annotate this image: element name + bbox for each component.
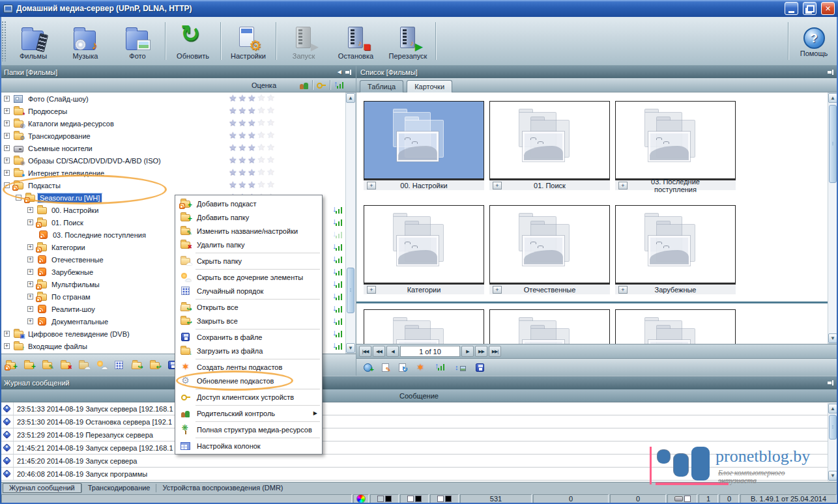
color-swatch[interactable] [684,496,691,502]
media-card[interactable]: +03. Последние поступления [615,101,736,190]
expander-plus-icon[interactable]: + [27,244,33,250]
color-swatch[interactable] [377,496,384,502]
expander-plus-icon[interactable]: + [27,219,33,225]
log-row[interactable]: 21:45:21 2014-08-19 Запуск сервера [192.… [0,441,838,455]
scroll-up-icon[interactable]: ▲ [346,93,355,103]
tab-dmr-devices[interactable]: Устройства воспроизведения (DMR) [156,483,289,493]
menu-item[interactable]: +Добавить папку [175,210,322,224]
log-row[interactable]: 21:45:20 2014-08-19 Запуск сервера [0,455,838,468]
color-swatch[interactable] [385,496,392,502]
page-last-button[interactable]: ▶▶| [489,346,501,357]
menu-item[interactable]: Родительский контроль▶ [175,406,322,420]
expander-plus-icon[interactable]: + [27,207,33,213]
hide-children-button[interactable]: ☁ [97,361,106,370]
collapse-panel-button[interactable]: ◀ [338,69,341,75]
pin-icon[interactable] [828,380,834,386]
rating-stars[interactable]: ★★★★★ [229,167,276,177]
sort-descending-icon[interactable]: ↓ [332,255,343,265]
page-fast-rewind-button[interactable]: ◀◀ [373,346,385,357]
expand-card-button[interactable]: + [618,286,628,294]
log-row[interactable]: 23:51:33 2014-08-19 Запуск сервера [192.… [0,402,838,415]
scrollbar-thumb[interactable] [347,268,354,313]
scroll-down-icon[interactable]: ▼ [346,343,355,353]
tab-cards[interactable]: Карточки [407,80,452,92]
log-column-header[interactable]: Сообщение [0,389,838,402]
add-folder-button[interactable]: + [24,361,34,370]
toolbar-button-restart[interactable]: ▶Перезапуск [382,17,434,65]
edit-folder-button[interactable]: ✎ [42,361,52,370]
color-swatch[interactable] [445,496,452,502]
log-row[interactable]: 23:51:29 2014-08-19 Перезапуск сервера [0,428,838,441]
color-swatch[interactable] [415,496,422,502]
menu-item[interactable]: ✶Создать ленты подкастов [175,360,322,374]
expander-plus-icon[interactable]: + [27,318,33,324]
menu-item[interactable]: Настройка колонок [175,439,322,453]
pin-icon[interactable] [828,69,834,76]
toolbar-button-music-folder[interactable]: ♪Музыка [59,17,111,65]
toolbar-button-stop[interactable]: ■Остановка [330,17,382,65]
toolbar-button-refresh[interactable]: ↻Обновить [167,17,219,65]
toolbar-help-button[interactable]: Помощь [790,17,838,65]
expander-minus-icon[interactable]: − [4,182,10,188]
page-previous-button[interactable]: ◀ [386,346,399,357]
toolbar-button-photo-folder[interactable]: Фото [111,17,164,65]
scrollbar-thumb[interactable] [829,415,837,440]
minimize-button[interactable] [785,2,798,15]
log-row[interactable]: 23:51:30 2014-08-19 Остановка сервера [1… [0,415,838,428]
recycle-button[interactable]: ↻ [399,363,406,372]
color-swatch[interactable] [407,496,414,502]
tree-item[interactable]: +◉Образы CD/SACD/DVD/DVD-A/BD (ISO)★★★★★ [0,154,345,167]
tree-item[interactable]: +Съемные носители★★★★★ [0,142,345,154]
toolbar-button-films-folder[interactable]: Фильмы [7,17,59,65]
tab-log[interactable]: Журнал сообщений [3,483,81,493]
tree-item[interactable]: +◎Каталоги медиа-ресурсов★★★★★ [0,117,345,130]
expander-minus-icon[interactable]: − [16,195,22,201]
expander-plus-icon[interactable]: + [4,96,10,102]
menu-item[interactable]: Сохранить в файле [175,330,322,344]
menu-item[interactable]: ⚙Обновление подкастов [175,374,322,387]
expand-card-button[interactable]: + [618,182,628,189]
tree-item[interactable]: +Фото (Слайд-шоу)★★★★★ [0,92,345,105]
page-next-button[interactable]: ▶ [461,346,474,357]
tree-item[interactable]: +●Интернет телевидение★★★★★ [0,167,345,179]
close-all-button[interactable]: ↩ [150,361,160,370]
sort-descending-icon[interactable]: ↓ [332,267,343,277]
expander-plus-icon[interactable]: + [27,294,33,300]
rating-stars[interactable]: ★★★★★ [229,92,276,103]
scrollbar-thumb[interactable] [829,105,837,183]
close-button[interactable] [821,2,835,15]
media-card[interactable] [364,309,484,344]
expander-plus-icon[interactable]: + [27,257,33,262]
rating-stars[interactable]: ★★★★★ [229,142,276,152]
menu-item[interactable]: ↓Загрузить из файла [175,344,322,357]
media-card[interactable]: +00. Настройки [364,101,484,190]
image-order-button[interactable]: ↕ [455,363,466,372]
expander-plus-icon[interactable]: + [4,133,10,139]
sort-descending-icon[interactable]: ↓ [332,341,343,352]
expander-plus-icon[interactable]: + [4,145,10,151]
expand-card-button[interactable]: + [493,286,502,294]
media-card[interactable] [615,309,736,344]
pin-icon[interactable] [345,69,352,76]
media-card[interactable]: +Отечественные [489,205,610,294]
menu-item[interactable]: ❋Полная структура медиа-ресурсов [175,423,322,436]
media-card[interactable]: +Зарубежные [615,205,736,294]
tree-item[interactable]: −Подкасты★★★★★ [0,179,345,191]
sort-descending-icon[interactable]: ↓ [332,242,343,253]
expander-plus-icon[interactable]: + [27,269,33,275]
expander-plus-icon[interactable]: + [27,306,33,312]
menu-item[interactable]: ↩Закрыть все [175,314,322,328]
rating-stars[interactable]: ★★★★★ [229,154,276,165]
rating-stars[interactable]: ★★★★★ [229,117,276,128]
menu-item[interactable]: +Добавить подкаст [175,197,322,210]
tree-item[interactable]: +⚙Транскодирование★★★★★ [0,130,345,142]
edit-page-button[interactable]: ✎ [382,363,389,372]
sort-descending-icon[interactable]: ↓ [332,329,343,339]
scroll-up-icon[interactable]: ▲ [828,93,837,103]
media-card[interactable] [489,309,610,344]
menu-item[interactable]: ✖Удалить папку [175,238,322,251]
page-fast-forward-button[interactable]: ▶▶ [475,346,487,357]
scroll-down-icon[interactable]: ▼ [828,333,837,343]
tree-item[interactable]: +♦Продюсеры★★★★★ [0,105,345,117]
expander-plus-icon[interactable]: + [4,158,10,163]
